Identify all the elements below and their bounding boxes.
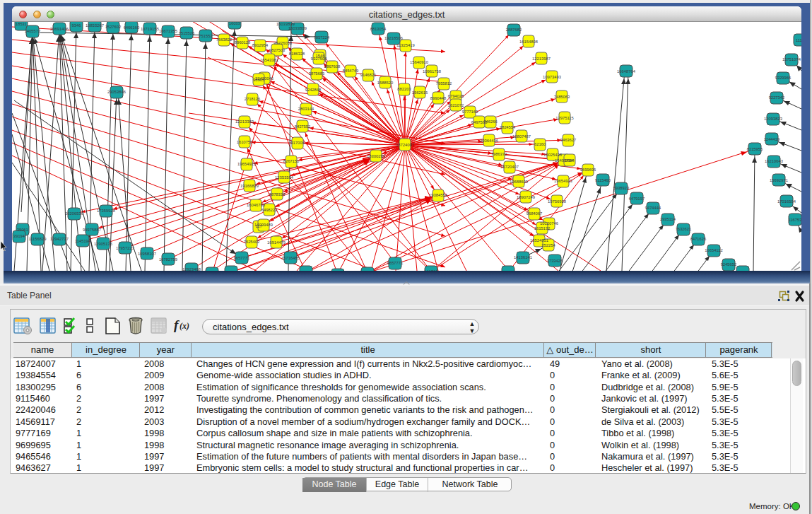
svg-text:12923468: 12923468 bbox=[182, 267, 201, 271]
svg-text:18300295: 18300295 bbox=[367, 154, 385, 158]
svg-text:16046768: 16046768 bbox=[247, 203, 265, 207]
svg-text:9474444: 9474444 bbox=[645, 206, 661, 210]
svg-text:3875685: 3875685 bbox=[309, 71, 325, 76]
svg-text:1244419: 1244419 bbox=[764, 137, 780, 141]
svg-text:9657771: 9657771 bbox=[387, 261, 404, 265]
svg-text:5938923: 5938923 bbox=[613, 186, 630, 190]
svg-text:10120746: 10120746 bbox=[540, 221, 558, 226]
svg-text:9327508: 9327508 bbox=[311, 57, 327, 61]
svg-text:9463627: 9463627 bbox=[560, 138, 577, 142]
svg-text:16210643: 16210643 bbox=[765, 159, 783, 163]
svg-text:7986372: 7986372 bbox=[491, 152, 507, 156]
svg-text:15751074: 15751074 bbox=[782, 57, 801, 62]
svg-text:2803144: 2803144 bbox=[298, 107, 314, 111]
svg-text:16671355: 16671355 bbox=[159, 29, 177, 33]
svg-text:10688609: 10688609 bbox=[510, 180, 528, 184]
svg-text:2935114: 2935114 bbox=[660, 217, 676, 221]
svg-text:965777: 965777 bbox=[224, 270, 237, 271]
svg-text:252254: 252254 bbox=[541, 243, 555, 247]
svg-text:9657771: 9657771 bbox=[234, 256, 250, 260]
svg-text:1621072: 1621072 bbox=[448, 103, 464, 107]
svg-text:17016504: 17016504 bbox=[777, 199, 796, 204]
svg-text:16033809: 16033809 bbox=[288, 26, 307, 30]
svg-text:9699695: 9699695 bbox=[580, 168, 596, 172]
svg-text:16033: 16033 bbox=[229, 22, 240, 25]
svg-text:17359928: 17359928 bbox=[97, 209, 115, 213]
svg-text:8427552: 8427552 bbox=[295, 124, 311, 129]
svg-text:12942737: 12942737 bbox=[50, 237, 69, 241]
svg-text:1588520: 1588520 bbox=[377, 81, 394, 85]
svg-text:1615132: 1615132 bbox=[534, 226, 551, 230]
svg-text:2887682: 2887682 bbox=[506, 28, 522, 32]
svg-text:20691406: 20691406 bbox=[50, 27, 69, 31]
svg-text:8454749: 8454749 bbox=[343, 69, 359, 73]
svg-text:14136141: 14136141 bbox=[514, 255, 532, 259]
svg-text:924565: 924565 bbox=[736, 270, 749, 271]
svg-text:6479197: 6479197 bbox=[629, 197, 645, 201]
svg-text:9329966: 9329966 bbox=[775, 76, 792, 80]
svg-text:7857224: 7857224 bbox=[314, 35, 330, 40]
svg-text:16543382: 16543382 bbox=[260, 58, 278, 62]
svg-text:19756928: 19756928 bbox=[548, 199, 566, 204]
svg-text:1610755: 1610755 bbox=[237, 140, 253, 144]
svg-text:19654923: 19654923 bbox=[554, 179, 572, 183]
svg-text:19654925: 19654925 bbox=[237, 162, 256, 166]
svg-text:882203: 882203 bbox=[397, 87, 411, 91]
svg-text:1527602: 1527602 bbox=[105, 25, 122, 29]
svg-text:12975115: 12975115 bbox=[555, 116, 573, 120]
svg-text:6466160: 6466160 bbox=[124, 25, 140, 30]
svg-text:18531: 18531 bbox=[16, 22, 27, 26]
svg-text:f: f bbox=[174, 317, 180, 332]
svg-text:8960128: 8960128 bbox=[235, 40, 251, 45]
svg-text:1562615: 1562615 bbox=[412, 90, 428, 95]
svg-text:746266: 746266 bbox=[483, 119, 497, 124]
svg-text:9245652: 9245652 bbox=[721, 262, 737, 267]
svg-text:11325419: 11325419 bbox=[396, 43, 414, 47]
svg-text:16914479: 16914479 bbox=[267, 240, 286, 245]
svg-text:8267150: 8267150 bbox=[283, 159, 300, 163]
svg-text:12093823: 12093823 bbox=[764, 117, 782, 121]
svg-text:35226058: 35226058 bbox=[273, 41, 292, 45]
svg-text:20206536: 20206536 bbox=[65, 211, 83, 216]
svg-text:8813054: 8813054 bbox=[370, 27, 387, 31]
svg-text:2867608: 2867608 bbox=[324, 64, 341, 69]
svg-text:9777169: 9777169 bbox=[462, 110, 478, 114]
svg-text:12353594: 12353594 bbox=[275, 175, 294, 180]
svg-text:917004: 917004 bbox=[290, 141, 305, 145]
svg-text:8878334: 8878334 bbox=[269, 192, 286, 197]
svg-text:18907249: 18907249 bbox=[517, 195, 535, 199]
svg-text:19384554: 19384554 bbox=[429, 193, 448, 197]
svg-text:20364436: 20364436 bbox=[480, 139, 498, 143]
svg-text:12213987: 12213987 bbox=[532, 57, 551, 61]
svg-text:16154808: 16154808 bbox=[519, 40, 538, 44]
svg-text:(x): (x) bbox=[180, 321, 189, 331]
svg-text:6498222: 6498222 bbox=[261, 208, 278, 212]
svg-text:11156829: 11156829 bbox=[29, 237, 47, 241]
svg-text:9684067: 9684067 bbox=[526, 211, 543, 216]
svg-text:62160: 62160 bbox=[534, 142, 546, 146]
svg-text:14099489: 14099489 bbox=[254, 223, 273, 227]
svg-text:13524851: 13524851 bbox=[530, 238, 548, 243]
svg-text:6794028: 6794028 bbox=[448, 94, 464, 98]
svg-text:8990448: 8990448 bbox=[430, 96, 447, 100]
svg-text:10961758: 10961758 bbox=[423, 69, 441, 74]
svg-text:7625402: 7625402 bbox=[244, 240, 260, 244]
svg-text:19218506: 19218506 bbox=[384, 36, 403, 40]
svg-text:116753: 116753 bbox=[789, 218, 801, 222]
svg-text:12213383: 12213383 bbox=[235, 119, 254, 124]
svg-text:15720407: 15720407 bbox=[500, 165, 519, 169]
svg-text:7632621: 7632621 bbox=[676, 227, 692, 231]
svg-text:1145194: 1145194 bbox=[75, 239, 91, 243]
svg-text:9146821: 9146821 bbox=[360, 73, 377, 77]
svg-text:9227342: 9227342 bbox=[769, 95, 785, 100]
svg-text:7485063: 7485063 bbox=[554, 95, 570, 99]
svg-text:15640910: 15640910 bbox=[410, 60, 428, 64]
svg-text:10025438: 10025438 bbox=[543, 153, 562, 157]
svg-text:12905135: 12905135 bbox=[94, 242, 112, 246]
svg-text:19166829: 19166829 bbox=[240, 184, 259, 188]
svg-text:10719155: 10719155 bbox=[141, 27, 159, 31]
svg-text:8471626: 8471626 bbox=[690, 237, 707, 241]
svg-text:1117: 1117 bbox=[796, 38, 801, 42]
svg-text:10807487: 10807487 bbox=[512, 134, 531, 139]
svg-text:9827503: 9827503 bbox=[269, 48, 286, 52]
